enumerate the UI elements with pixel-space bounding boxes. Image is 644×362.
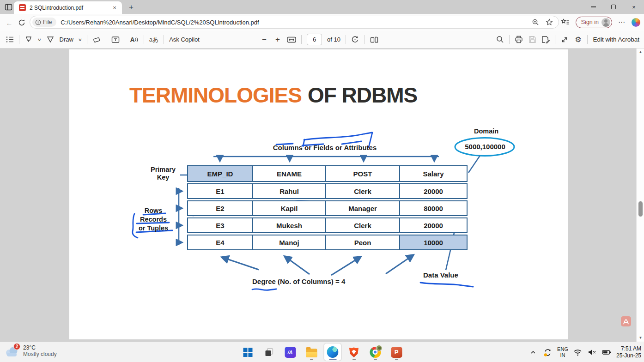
brave-button[interactable] — [346, 344, 363, 361]
table-row: E1 Rahul Clerk 20000 — [187, 183, 468, 199]
table-cell: E2 — [188, 201, 253, 215]
acrobat-floating-button[interactable] — [621, 316, 631, 326]
maximize-button[interactable] — [603, 0, 624, 14]
weather-condition: Mostly cloudy — [23, 351, 57, 357]
rows-bracket — [179, 188, 182, 245]
table-cell: E3 — [188, 218, 253, 232]
mind-app-button[interactable]: /A — [282, 344, 299, 361]
erase-tool-icon[interactable] — [92, 34, 101, 46]
table-cell: Clerk — [326, 184, 400, 198]
tab-actions-menu-icon[interactable] — [4, 3, 13, 12]
table-cell: Kapil — [253, 201, 326, 215]
table-cell: 20000 — [400, 218, 467, 232]
page-view-icon[interactable] — [370, 34, 378, 46]
brave-icon — [349, 347, 359, 358]
tab-strip: 2 SQLintroduction.pdf × + × — [0, 0, 644, 14]
zoom-out-icon[interactable]: − — [260, 34, 268, 46]
table-cell-highlighted: 10000 — [400, 235, 467, 249]
browser-tab[interactable]: 2 SQLintroduction.pdf × — [14, 1, 122, 14]
info-icon — [35, 19, 41, 25]
search-document-icon[interactable] — [496, 34, 504, 46]
zoom-page-icon[interactable] — [532, 18, 539, 26]
draw-dropdown-icon[interactable]: ∨ — [78, 37, 82, 42]
zoom-in-icon[interactable]: + — [273, 34, 282, 46]
table-row: E3 Mukesh Clerk 20000 — [187, 217, 468, 233]
table-cell: Rahul — [253, 184, 326, 198]
table-cell: Clerk — [326, 218, 400, 232]
task-view-button[interactable] — [261, 344, 278, 361]
powerpoint-button[interactable]: P — [388, 344, 405, 361]
fit-to-width-icon[interactable] — [287, 34, 296, 46]
scroll-down-icon[interactable]: ▼ — [637, 334, 644, 342]
more-menu-icon[interactable]: ⋯ — [618, 18, 626, 26]
highlight-tool-icon[interactable] — [24, 34, 33, 46]
weather-cloud-icon: 2 — [4, 344, 19, 358]
slide-title: TERMINOLOGIESOF RDBMS — [129, 83, 417, 108]
back-icon[interactable]: ← — [4, 18, 14, 28]
minimize-button[interactable] — [583, 0, 603, 14]
table-cell: E4 — [188, 235, 253, 249]
header-cell: Salary — [400, 166, 467, 181]
new-tab-button[interactable]: + — [126, 2, 137, 12]
collections-icon[interactable] — [561, 18, 570, 26]
clock-widget[interactable]: 7:51 AM 25-Jun-25 — [616, 345, 641, 359]
file-explorer-button[interactable] — [303, 344, 320, 361]
draw-label[interactable]: Draw — [60, 36, 73, 43]
sign-in-button[interactable]: Sign in — [576, 17, 612, 28]
tab-close-icon[interactable]: × — [111, 4, 118, 12]
url-field[interactable]: File C:/Users/Rehan%20Ansari/Desktop/Min… — [30, 16, 559, 29]
language-indicator[interactable]: ENG IN — [557, 346, 568, 358]
translate-icon[interactable]: aあ — [149, 34, 159, 46]
edge-button[interactable] — [324, 344, 341, 361]
add-text-icon[interactable] — [111, 34, 120, 46]
edit-with-acrobat-button[interactable]: Edit with Acrobat — [593, 36, 639, 43]
mind-app-icon: /A — [285, 347, 296, 358]
vertical-scrollbar[interactable]: ▲ ▼ — [636, 48, 644, 342]
rows-label: Rows Records or Tuples — [133, 206, 174, 233]
domain-values-label: 5000,100000 — [455, 143, 515, 151]
chrome-button[interactable] — [367, 344, 384, 361]
highlight-dropdown-icon[interactable]: ∨ — [37, 37, 42, 42]
data-value-label: Data Value — [423, 271, 458, 279]
scroll-up-icon[interactable]: ▲ — [637, 48, 644, 56]
enter-fullscreen-icon[interactable] — [560, 34, 569, 46]
draw-tool-icon[interactable] — [46, 34, 55, 46]
scrollbar-thumb[interactable] — [638, 201, 643, 217]
refresh-icon[interactable] — [17, 18, 27, 28]
header-cell: EMP_ID — [188, 166, 253, 181]
save-as-icon[interactable] — [541, 34, 550, 46]
hidden-icons-chevron[interactable] — [529, 348, 538, 357]
favorite-star-icon[interactable] — [546, 18, 553, 26]
system-tray: ENG IN 7:51 AM 25-Jun-25 — [529, 342, 641, 362]
page-number-input[interactable] — [307, 34, 322, 45]
browser-window: 2 SQLintroduction.pdf × + × ← File C:/Us… — [0, 0, 644, 362]
weather-widget[interactable]: 2 23°C Mostly cloudy — [4, 344, 57, 358]
table-of-contents-icon[interactable] — [6, 34, 14, 46]
volume-muted-icon[interactable] — [588, 348, 597, 357]
ask-copilot-button[interactable]: Ask Copilot — [169, 36, 200, 43]
rotate-icon[interactable] — [351, 34, 359, 46]
table-row: E2 Kapil Manager 80000 — [187, 200, 468, 216]
table-cell: 20000 — [400, 184, 467, 198]
header-cell: POST — [326, 166, 400, 181]
table-cell: E1 — [188, 184, 253, 198]
powerpoint-icon: P — [391, 347, 402, 358]
copilot-icon[interactable] — [632, 18, 640, 27]
header-cell: ENAME — [253, 166, 326, 181]
start-button[interactable] — [239, 344, 256, 361]
save-icon[interactable] — [528, 34, 536, 46]
read-aloud-icon[interactable]: A — [130, 34, 139, 46]
address-bar-row: ← File C:/Users/Rehan%20Ansari/Desktop/M… — [0, 14, 644, 31]
pdf-page: TERMINOLOGIESOF RDBMS — [69, 49, 568, 339]
domain-connector — [468, 156, 480, 173]
wifi-icon[interactable] — [573, 348, 583, 357]
url-text: C:/Users/Rehan%20Ansari/Desktop/MindC/SQ… — [61, 19, 525, 26]
print-icon[interactable] — [515, 34, 523, 46]
chrome-icon — [370, 347, 381, 358]
battery-icon[interactable] — [602, 348, 611, 357]
update-sync-icon[interactable] — [543, 348, 552, 357]
pdf-settings-icon[interactable]: ⚙ — [574, 34, 582, 46]
sign-in-label: Sign in — [581, 19, 599, 25]
chrome-profile-avatar — [376, 345, 382, 351]
close-window-button[interactable]: × — [624, 0, 644, 14]
